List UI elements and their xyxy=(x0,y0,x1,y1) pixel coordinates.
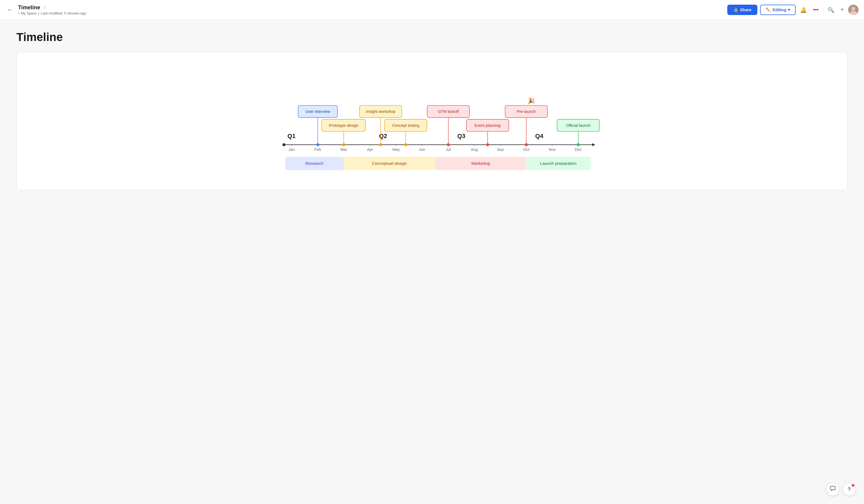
add-button[interactable]: + xyxy=(839,5,845,14)
comment-icon xyxy=(830,486,836,493)
official-launch-dot xyxy=(577,143,580,146)
bell-button[interactable]: 🔔 xyxy=(799,5,808,15)
q3-label: Q3 xyxy=(457,133,465,139)
pre-launch-label: Pre-launch xyxy=(517,109,536,114)
svg-text:Nov: Nov xyxy=(549,147,556,152)
official-launch-label: Official launch xyxy=(566,123,591,128)
header-right: 🔒 Share ✏️ Editing ▾ 🔔 ••• 🔍 + xyxy=(727,5,859,15)
svg-point-1 xyxy=(851,7,855,11)
search-button[interactable]: 🔍 xyxy=(826,5,836,15)
event-planning-label: Event planning xyxy=(475,123,501,128)
header: ← Timeline ☆ ▪ My Space | Last modified:… xyxy=(0,0,864,20)
prototype-design-label: Prototype design xyxy=(329,123,358,128)
gtm-kickoff-label: GTM kickoff xyxy=(438,109,459,114)
party-emoji: 🎉 xyxy=(527,97,535,105)
editing-pencil-icon: ✏️ xyxy=(766,8,771,12)
svg-text:Dec: Dec xyxy=(575,147,582,152)
launch-prep-phase-label: Launch preparation xyxy=(540,161,576,165)
pre-launch-dot xyxy=(525,143,528,146)
title-section: Timeline ☆ ▪ My Space | Last modified: 5… xyxy=(18,4,724,15)
notification-dot xyxy=(852,484,854,487)
gtm-kickoff-dot xyxy=(447,143,450,146)
svg-text:May: May xyxy=(392,147,400,152)
svg-text:Mar: Mar xyxy=(340,147,347,152)
marketing-phase-label: Marketing xyxy=(471,161,490,165)
star-icon[interactable]: ☆ xyxy=(43,4,47,10)
axis-start-dot xyxy=(283,143,286,146)
breadcrumb-space-icon: ▪ xyxy=(18,11,19,15)
avatar-image xyxy=(848,5,859,15)
svg-text:Aug: Aug xyxy=(471,147,478,152)
event-planning-dot xyxy=(486,143,489,146)
editing-label: Editing xyxy=(772,8,787,12)
header-divider xyxy=(823,5,823,14)
svg-text:Jun: Jun xyxy=(419,147,425,152)
user-interview-label: User interview xyxy=(305,109,331,114)
svg-text:Feb: Feb xyxy=(314,147,321,152)
help-button[interactable]: ? xyxy=(843,483,856,496)
editing-button[interactable]: ✏️ Editing ▾ xyxy=(760,5,796,15)
main-content: Timeline Q1 Q2 Q3 Q4 Jan xyxy=(0,20,864,504)
svg-text:Apr: Apr xyxy=(367,147,373,152)
last-modified-label: Last modified: 5 minutes ago xyxy=(41,11,86,15)
breadcrumb-separator: | xyxy=(38,11,39,15)
concept-testing-dot xyxy=(404,143,407,146)
svg-text:Oct: Oct xyxy=(523,147,529,152)
axis-arrow xyxy=(592,143,595,146)
svg-text:Jan: Jan xyxy=(288,147,295,152)
share-lock-icon: 🔒 xyxy=(733,8,739,12)
breadcrumb: ▪ My Space | Last modified: 5 minutes ag… xyxy=(18,11,724,15)
svg-text:Jul: Jul xyxy=(446,147,451,152)
document-title: Timeline xyxy=(16,30,848,44)
bottom-right-controls: ? xyxy=(826,483,856,496)
share-button[interactable]: 🔒 Share xyxy=(727,5,758,15)
help-icon: ? xyxy=(848,487,851,492)
svg-rect-27 xyxy=(830,486,835,490)
comment-button[interactable] xyxy=(826,483,839,496)
month-labels: Jan Feb Mar Apr May Jun Jul Aug Sep Oct xyxy=(288,144,581,151)
chevron-down-icon: ▾ xyxy=(788,8,790,12)
share-label: Share xyxy=(740,8,752,12)
q1-label: Q1 xyxy=(287,133,295,139)
timeline-card: Q1 Q2 Q3 Q4 Jan Feb Mar Apr May Jun xyxy=(16,52,848,190)
svg-text:Sep: Sep xyxy=(497,147,504,152)
insight-workshop-dot xyxy=(379,143,382,146)
more-button[interactable]: ••• xyxy=(811,5,820,14)
q2-label: Q2 xyxy=(379,133,387,139)
conceptual-design-phase-label: Conceptual design xyxy=(372,161,407,165)
concept-testing-label: Concept testing xyxy=(392,123,419,128)
back-button[interactable]: ← xyxy=(5,5,15,15)
insight-workshop-label: Insight workshop xyxy=(366,109,395,114)
user-interview-dot xyxy=(316,143,319,146)
breadcrumb-space-label[interactable]: My Space xyxy=(21,11,37,15)
avatar[interactable] xyxy=(848,5,859,15)
page-title: Timeline xyxy=(18,4,40,11)
prototype-design-dot xyxy=(342,143,345,146)
q4-label: Q4 xyxy=(535,133,543,139)
research-phase-label: Research xyxy=(305,161,323,165)
timeline-chart: Q1 Q2 Q3 Q4 Jan Feb Mar Apr May Jun xyxy=(31,63,833,178)
title-row: Timeline ☆ xyxy=(18,4,724,11)
